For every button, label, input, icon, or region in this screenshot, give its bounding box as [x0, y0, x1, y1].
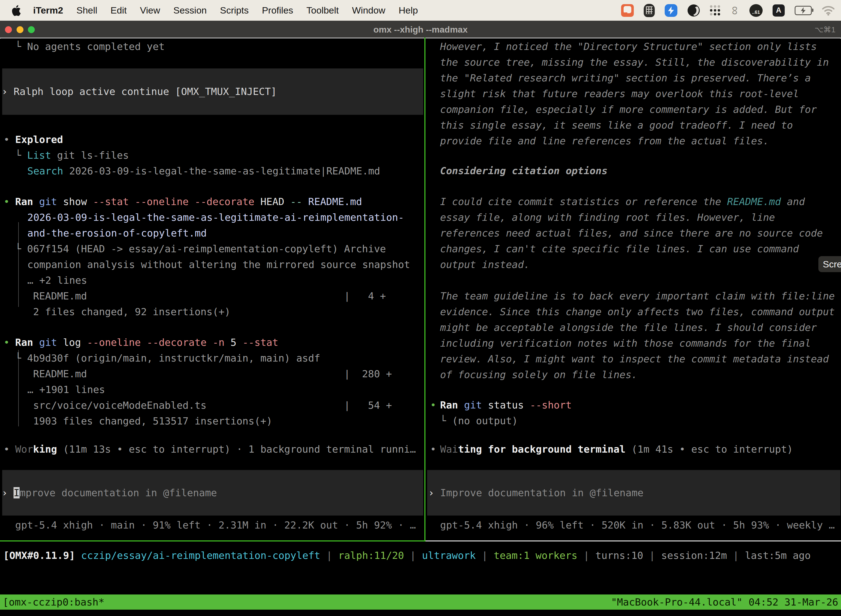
terminal-line: › Improve documentation in @filename — [0, 485, 424, 501]
terminal-line: I could cite commit statistics or refere… — [426, 194, 841, 210]
bullet-icon: • — [4, 132, 10, 147]
pane-border-bottom-left — [0, 540, 425, 541]
terminal-pane-left[interactable]: └ No agents completed yet› Ralph loop ac… — [0, 39, 424, 540]
terminal-line: 1903 files changed, 513517 insertions(+) — [0, 413, 424, 429]
menu-item-view[interactable]: View — [140, 5, 160, 16]
pane-divider[interactable] — [424, 38, 425, 541]
bullet-icon: • — [4, 334, 10, 350]
terminal-line: review. Also, I might want to inspect th… — [426, 351, 841, 367]
window-title-bar[interactable]: omx --xhigh --madmax ⌥⌘1 — [0, 21, 841, 39]
terminal-line: references need actual files, and since … — [426, 225, 841, 241]
terminal-line: └ No agents completed yet — [0, 39, 424, 54]
terminal-line: README.md | 280 + — [0, 366, 424, 382]
battery-percent-icon[interactable]: ..61 — [749, 4, 763, 17]
window-title: omx --xhigh --madmax — [0, 21, 841, 39]
tmux-host-clock: "MacBook-Pro-44.local" 04:52 31-Mar-26 — [611, 596, 838, 608]
bullet-icon: • — [430, 441, 436, 457]
menu-item-toolbelt[interactable]: Toolbelt — [306, 5, 339, 16]
terminal-line: └ List git ls-files — [0, 147, 424, 163]
terminal-line: 2026-03-09-is-legal-the-same-as-legitima… — [0, 210, 424, 225]
terminal-line: and-the-erosion-of-copyleft.md — [0, 225, 424, 241]
tmux-status-bar: [omx-cczip0:bash* "MacBook-Pro-44.local"… — [0, 594, 841, 610]
iterm-window: omx --xhigh --madmax ⌥⌘1 └ No agents com… — [0, 21, 841, 616]
menu-item-window[interactable]: Window — [352, 5, 385, 16]
pane-border-bottom-right — [425, 540, 841, 541]
terminal-line: might be acceptable alongside the file l… — [426, 320, 841, 335]
shield-grid-icon[interactable] — [644, 4, 655, 17]
blue-bolt-icon[interactable] — [665, 4, 677, 17]
menu-item-session[interactable]: Session — [173, 5, 207, 16]
terminal-line: └ 4b9d30f (origin/main, instructkr/main,… — [0, 350, 424, 366]
terminal-line: └ 067f154 (HEAD -> essay/ai-reimplementa… — [0, 241, 424, 257]
chat-app-icon[interactable] — [621, 4, 634, 17]
pane-border-top — [0, 38, 841, 38]
terminal-line: changes, I can't cite specific file line… — [426, 241, 841, 257]
terminal-line: 2 files changed, 92 insertions(+) — [0, 304, 424, 320]
terminal-line: › Improve documentation in @filename — [426, 485, 841, 501]
terminal-line: •Ran git log --oneline --decorate -n 5 -… — [0, 334, 424, 350]
terminal-line: output instead. — [426, 257, 841, 273]
squiggle-icon[interactable]: ∞ — [729, 6, 741, 15]
tmux-session-name[interactable]: [omx-cczip0:bash* — [3, 596, 104, 608]
battery-icon[interactable] — [795, 6, 812, 15]
terminal-line: the source tree, missing the essay. Stil… — [426, 54, 841, 70]
terminal-line: … +1901 lines — [0, 382, 424, 397]
window-shortcut-badge: ⌥⌘1 — [815, 21, 835, 39]
terminal-line: gpt-5.4 xhigh · main · 91% left · 2.31M … — [0, 517, 424, 533]
dots-grid-icon[interactable] — [710, 5, 721, 16]
menu-item-iterm2[interactable]: iTerm2 — [33, 5, 63, 16]
terminal-line: provide file and line references from th… — [426, 133, 841, 149]
bullet-icon: • — [4, 194, 10, 210]
bullet-icon: • — [430, 397, 436, 413]
crescent-icon[interactable] — [687, 4, 700, 17]
menu-item-profiles[interactable]: Profiles — [262, 5, 293, 16]
menu-item-shell[interactable]: Shell — [76, 5, 97, 16]
terminal-line: Search 2026-03-09-is-legal-the-same-as-l… — [0, 163, 424, 179]
terminal-line: companion analysis without altering the … — [0, 257, 424, 273]
terminal-line: •Working (11m 13s • esc to interrupt) · … — [0, 441, 424, 457]
terminal-line: › Ralph loop active continue [OMX_TMUX_I… — [0, 84, 424, 99]
terminal-line: The team guideline is to back every impo… — [426, 288, 841, 304]
terminal-line: … +2 lines — [0, 273, 424, 288]
terminal-line: the "Related research writing" section i… — [426, 70, 841, 86]
menu-item-edit[interactable]: Edit — [111, 5, 127, 16]
wifi-icon[interactable] — [822, 5, 835, 16]
terminal-line: of focusing solely on file lines. — [426, 367, 841, 383]
terminal-line: Considering citation options — [426, 163, 841, 179]
menu-bar: iTerm2ShellEditViewSessionScriptsProfile… — [0, 0, 841, 21]
terminal-line: gpt-5.4 xhigh · 96% left · 520K in · 5.8… — [426, 517, 841, 533]
menu-status-icons: ∞ ..61 A — [621, 4, 835, 17]
terminal-line: •Ran git status --short — [426, 397, 841, 413]
terminal-line: src/voice/voiceModeEnabled.ts | 54 + — [0, 397, 424, 413]
terminal-line: README.md | 4 + — [0, 288, 424, 304]
menu-item-help[interactable]: Help — [399, 5, 418, 16]
terminal-line: essay file, along with finding root file… — [426, 210, 841, 225]
terminal-line: •Ran git show --stat --oneline --decorat… — [0, 194, 424, 210]
terminal-line: evidence. Since this change only affects… — [426, 304, 841, 320]
terminal-pane-right[interactable]: However, I noticed the "Directory Struct… — [426, 39, 841, 540]
terminal-line: However, I noticed the "Directory Struct… — [426, 39, 841, 54]
screen-tooltip: Scre — [818, 256, 841, 272]
input-source-icon[interactable]: A — [772, 4, 785, 16]
menu-items: iTerm2ShellEditViewSessionScriptsProfile… — [33, 5, 418, 16]
terminal-line: this single essay, it seems like a good … — [426, 117, 841, 133]
terminal-line: slight risk that future readers may over… — [426, 86, 841, 101]
terminal-line: companion file, especially if more comme… — [426, 101, 841, 117]
terminal-line: •Explored — [0, 132, 424, 147]
bullet-icon: • — [4, 441, 10, 457]
terminal-line: including verification notes with those … — [426, 335, 841, 351]
desktop: iTerm2ShellEditViewSessionScriptsProfile… — [0, 0, 841, 616]
terminal-line: └ (no output) — [426, 413, 841, 428]
terminal-line: •Waiting for background terminal (1m 41s… — [426, 441, 841, 457]
apple-menu-icon[interactable] — [12, 5, 21, 16]
menu-item-scripts[interactable]: Scripts — [220, 5, 249, 16]
